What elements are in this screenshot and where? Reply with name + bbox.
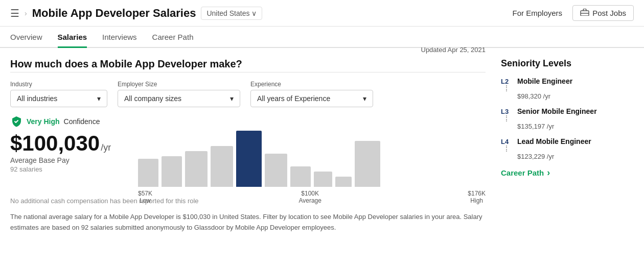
employer-size-filter: Employer Size All company sizes ▾ (118, 81, 240, 107)
chart-high-label: $176K High (468, 190, 486, 204)
level-badge-l2: L2 (501, 78, 513, 85)
post-jobs-button[interactable]: Post Jobs (572, 5, 634, 21)
nav-tabs: Overview Salaries Interviews Career Path (0, 27, 644, 48)
chart-bar (211, 146, 233, 187)
sidebar: Seniority Levels L2 Mobile Engineer $98,… (501, 58, 634, 233)
chart-bar (335, 177, 352, 187)
level-title-l4: Lead Mobile Engineer (517, 137, 591, 145)
avg-base-pay-label: Average Base Pay (10, 156, 112, 164)
chart-low-label: $57K Low (138, 190, 152, 204)
employer-size-select-value: All company sizes (124, 94, 181, 103)
description-text: The national average salary for a Mobile… (10, 212, 486, 233)
location-label: United States (206, 9, 249, 17)
salary-amount: $100,030 (10, 133, 100, 154)
level-badge-l4: L4 (501, 138, 513, 145)
filters-row: Industry All industries ▾ Employer Size … (10, 81, 486, 107)
career-path-link[interactable]: Career Path › (501, 167, 634, 178)
experience-select[interactable]: All years of Experience ▾ (250, 90, 373, 107)
seniority-title: Seniority Levels (501, 58, 634, 69)
tab-salaries[interactable]: Salaries (58, 27, 87, 48)
level-salary-l4: $123,229 /yr (517, 153, 634, 160)
industry-filter: Industry All industries ▾ (10, 81, 107, 107)
for-employers-link[interactable]: For Employers (513, 9, 563, 17)
dotted-line (506, 115, 507, 121)
experience-filter-label: Experience (250, 81, 373, 88)
hamburger-icon[interactable]: ☰ (10, 7, 19, 19)
location-chevron-icon: ∨ (251, 9, 257, 17)
briefcase-icon (580, 9, 589, 17)
post-jobs-label: Post Jobs (592, 9, 626, 17)
updated-date: Updated Apr 25, 2021 (421, 46, 486, 54)
industry-filter-label: Industry (10, 81, 107, 88)
employer-size-select[interactable]: All company sizes ▾ (118, 90, 240, 107)
employer-size-filter-label: Employer Size (118, 81, 240, 88)
chart-bar (138, 159, 158, 187)
employer-size-chevron-icon: ▾ (230, 94, 234, 103)
experience-select-value: All years of Experience (257, 94, 330, 103)
dotted-line (506, 85, 507, 91)
content-left: How much does a Mobile App Developer mak… (10, 58, 486, 233)
career-path-label: Career Path (501, 168, 544, 177)
level-salary-l2: $98,320 /yr (517, 92, 634, 100)
shield-icon (10, 115, 22, 128)
confidence-label: Confidence (64, 117, 100, 126)
chart-bar (355, 141, 380, 187)
location-selector[interactable]: United States ∨ (201, 7, 262, 20)
industry-select-value: All industries (17, 94, 57, 103)
dotted-line (506, 145, 507, 152)
page-title: Mobile App Developer Salaries (32, 7, 196, 20)
level-badge-l3: L3 (501, 108, 513, 115)
chart-bar (290, 166, 311, 187)
experience-chevron-icon: ▾ (363, 94, 366, 103)
level-salary-l3: $135,197 /yr (517, 123, 634, 130)
header-left: ☰ › Mobile App Developer Salaries United… (10, 7, 262, 20)
confidence-row: Very High Confidence (10, 115, 112, 128)
industry-chevron-icon: ▾ (97, 94, 101, 103)
chart-avg-label: $100K Average (298, 190, 321, 204)
chart-bar (185, 151, 208, 187)
level-title-l3: Senior Mobile Engineer (517, 107, 597, 115)
career-path-chevron-icon: › (547, 167, 550, 178)
salary-section: Very High Confidence $100,030 /yr Averag… (10, 115, 112, 178)
divider (10, 72, 486, 72)
seniority-level-l3: L3 Senior Mobile Engineer $135,197 /yr (501, 107, 634, 130)
tab-career-path[interactable]: Career Path (152, 27, 194, 48)
chart-bars (138, 115, 486, 187)
chart-bar (265, 154, 287, 187)
header-right: For Employers Post Jobs (513, 5, 634, 21)
salary-display: $100,030 /yr (10, 133, 112, 154)
seniority-level-l2: L2 Mobile Engineer $98,320 /yr (501, 77, 634, 100)
experience-filter: Experience All years of Experience ▾ (250, 81, 373, 107)
header: ☰ › Mobile App Developer Salaries United… (0, 0, 644, 27)
section-heading: How much does a Mobile App Developer mak… (10, 58, 242, 70)
salary-unit: /yr (101, 142, 111, 153)
salary-count: 92 salaries (10, 165, 112, 173)
chart-bar (162, 156, 182, 187)
chart-bar (236, 131, 262, 187)
main-content: How much does a Mobile App Developer mak… (0, 48, 644, 243)
chart-bar (314, 172, 332, 187)
breadcrumb-chevron-icon: › (25, 9, 27, 17)
tab-interviews[interactable]: Interviews (102, 27, 137, 48)
industry-select[interactable]: All industries ▾ (10, 90, 107, 107)
confidence-high-label: Very High (27, 117, 60, 126)
level-title-l2: Mobile Engineer (517, 77, 572, 85)
seniority-level-l4: L4 Lead Mobile Engineer $123,229 /yr (501, 137, 634, 160)
salary-chart: $57K Low $100K Average $176K High (138, 115, 486, 197)
tab-overview[interactable]: Overview (10, 27, 42, 48)
